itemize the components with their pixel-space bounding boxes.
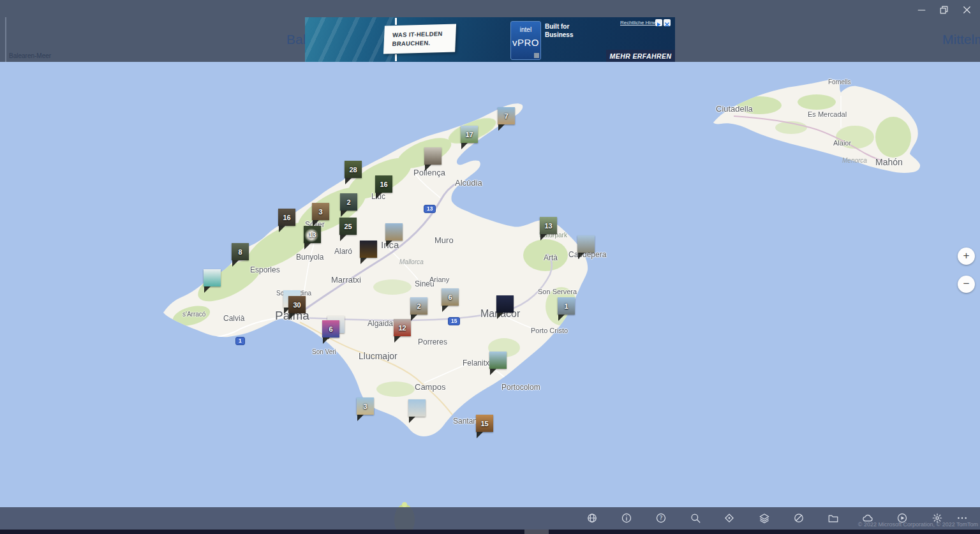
map-label-mallorca: Mallorca (399, 258, 424, 265)
photo-marker-7[interactable]: 7 (498, 107, 515, 124)
marker-photo (204, 269, 221, 286)
photo-marker-1[interactable]: 1 (558, 297, 575, 315)
intel-vpro-badge: intel vPRO (510, 21, 541, 60)
marker-count: 15 (476, 415, 493, 432)
search-icon[interactable] (690, 512, 701, 524)
ad-banner[interactable]: WAS IT-HELDEN BRAUCHEN. intel vPRO Built… (305, 17, 675, 62)
photo-marker-17[interactable]: 17 (461, 126, 478, 143)
photo-marker-25[interactable]: 25 (339, 218, 357, 235)
photo-marker-8[interactable]: 8 (232, 243, 249, 260)
settings-icon[interactable] (932, 512, 943, 524)
waypoint-icon[interactable] (724, 512, 735, 524)
route-shield-13: 13 (424, 205, 436, 213)
ad-cta-button[interactable]: MEHR ERFAHREN (606, 50, 675, 62)
photo-marker-3[interactable]: 3 (357, 397, 374, 415)
zoom-out-button[interactable]: − (958, 276, 975, 293)
map-label-ariany: Ariany (429, 276, 449, 283)
marker-count: 13 (304, 226, 321, 243)
restore-button[interactable] (939, 4, 949, 15)
photo-marker[interactable] (496, 295, 514, 313)
sea-label-balearen-meer: Balearen-Meer (9, 52, 51, 59)
map-label-art: Artà (544, 253, 558, 262)
photo-marker[interactable] (360, 241, 377, 258)
photo-marker-16[interactable]: 16 (278, 209, 295, 226)
route-shield-15: 15 (448, 317, 460, 325)
photo-marker[interactable] (408, 399, 426, 417)
help-icon[interactable]: ? (655, 512, 667, 524)
marker-count: 1 (558, 297, 575, 315)
photo-marker[interactable] (204, 269, 221, 286)
svg-text:?: ? (659, 514, 662, 521)
map-canvas[interactable]: PollençaAlcúdiaLlucMuroSóllerAlaróBunyol… (0, 0, 980, 534)
cloud-icon[interactable] (862, 512, 873, 524)
marker-count: 3 (357, 397, 374, 415)
adchoices-icon[interactable] (655, 19, 662, 26)
map-label-bunyola: Bunyola (296, 253, 323, 262)
marker-count: 16 (375, 175, 392, 193)
map-label-mah-n: Mahón (875, 157, 903, 167)
layers-icon[interactable] (759, 512, 770, 524)
ad-divider-dash (395, 18, 397, 25)
map-label-alaior: Alaior (833, 139, 851, 147)
marker-photo (424, 147, 442, 165)
marker-count: 7 (498, 107, 515, 124)
map-label-calvi: Calvià (223, 314, 244, 323)
vpro-logo: vPRO (511, 37, 540, 48)
marker-photo (408, 399, 426, 417)
photo-marker-16[interactable]: 16 (375, 175, 392, 193)
ad-tagline: Built for Business (545, 22, 584, 39)
map-label-marratxi: Marratxi (331, 275, 361, 285)
marker-count: 13 (540, 217, 557, 234)
photo-marker-3[interactable]: 3 (312, 203, 329, 220)
photo-marker-13[interactable]: 13 (540, 217, 557, 234)
map-label-portocolom: Portocolom (501, 383, 540, 392)
vpro-badge-corner (534, 53, 539, 58)
globe-icon[interactable] (586, 512, 598, 524)
ad-headline-box: WAS IT-HELDEN BRAUCHEN. (383, 24, 456, 54)
minimize-button[interactable] (916, 4, 927, 15)
map-label-llucmajor: Llucmajor (359, 351, 397, 361)
map-label-fornells: Fornells (828, 78, 851, 85)
ad-close-icon[interactable] (664, 19, 671, 26)
marker-photo (577, 235, 595, 253)
photo-marker-2[interactable]: 2 (340, 193, 357, 211)
marker-count: 6 (322, 320, 339, 337)
photo-marker[interactable] (424, 147, 442, 165)
marker-count: 30 (288, 296, 306, 313)
marker-count: 8 (232, 243, 249, 260)
photo-marker-30[interactable]: 30 (288, 296, 306, 313)
photo-marker-15[interactable]: 15 (476, 415, 493, 432)
map-label-ciutadella: Ciutadella (716, 104, 753, 114)
marker-count: 16 (278, 209, 295, 226)
map-label-campos: Campos (415, 382, 445, 392)
marker-photo (496, 295, 514, 313)
slideshow-icon[interactable] (896, 512, 908, 524)
close-button[interactable] (961, 4, 972, 15)
folder-icon[interactable] (828, 512, 839, 524)
visibility-off-icon[interactable] (793, 512, 805, 524)
photo-marker-28[interactable]: 28 (345, 161, 362, 178)
marker-photo (489, 352, 507, 369)
marker-photo (360, 241, 377, 258)
marker-count: 2 (340, 193, 357, 211)
map-label-porreres: Porreres (418, 337, 447, 346)
map-label-s-arrac: s'Arracó (182, 311, 205, 318)
marker-count: 3 (312, 203, 329, 220)
info-icon[interactable] (621, 512, 632, 524)
photo-marker-2[interactable]: 2 (410, 297, 427, 315)
photo-marker-6[interactable]: 6 (322, 320, 339, 337)
photo-marker[interactable] (577, 235, 595, 253)
map-label-es-mercadal: Es Mercadal (808, 110, 847, 118)
photo-marker-13[interactable]: 13 (304, 226, 321, 243)
map-label-alc-dia: Alcúdia (455, 178, 482, 188)
photo-marker-12[interactable]: 12 (394, 319, 411, 336)
zoom-in-button[interactable]: + (958, 248, 975, 265)
marker-count: 25 (339, 218, 357, 235)
marker-count: 6 (442, 288, 459, 306)
photo-marker[interactable] (489, 352, 507, 369)
more-icon[interactable] (956, 512, 968, 524)
ad-legal-link[interactable]: Rechtliche Hinw (620, 20, 657, 26)
map-label-alar: Alaró (334, 247, 352, 256)
photo-marker[interactable] (385, 223, 403, 241)
photo-marker-6[interactable]: 6 (442, 288, 459, 306)
